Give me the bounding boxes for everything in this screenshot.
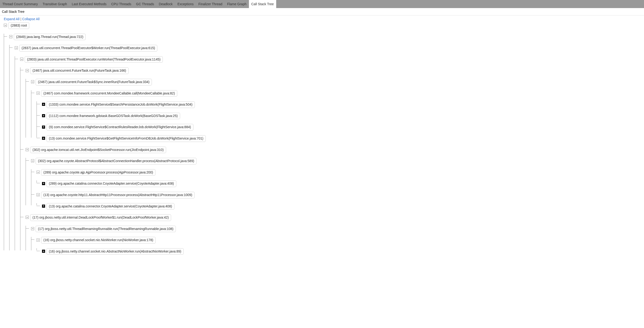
tree-node[interactable]: (2883) root (8, 22, 29, 29)
tree-node[interactable]: (302) org.apache.coyote.AbstractProtocol… (36, 158, 196, 164)
collapse-icon[interactable] (26, 148, 29, 151)
collapse-icon[interactable] (15, 46, 18, 49)
tab-deadlock[interactable]: Deadlock (156, 0, 175, 8)
tree-node[interactable]: (2803) java.util.concurrent.ThreadPoolEx… (25, 56, 163, 63)
collapse-icon[interactable] (36, 193, 40, 196)
tree-node[interactable]: (289) org.apache.catalina.connector.Coyo… (46, 180, 176, 187)
expand-icon[interactable] (42, 126, 45, 129)
tab-exceptions[interactable]: Exceptions (175, 0, 196, 8)
expand-icon[interactable] (42, 114, 45, 117)
collapse-icon[interactable] (31, 80, 34, 83)
tab-cpu-threads[interactable]: CPU Threads (109, 0, 134, 8)
tree-node[interactable]: (17) org.jboss.netty.util.internal.DeadL… (30, 214, 171, 221)
tree-node[interactable]: (2467) java.util.concurrent.FutureTask.r… (30, 68, 128, 74)
tree-node[interactable]: (13) com.mondee.service.FlightService$Ge… (46, 135, 206, 142)
expand-icon[interactable] (42, 250, 45, 253)
collapse-icon[interactable] (36, 171, 40, 174)
tree-node[interactable]: (2467) java.util.concurrent.FutureTask$S… (36, 79, 152, 86)
collapse-icon[interactable] (36, 238, 40, 242)
tab-gc-threads[interactable]: GC Threads (134, 0, 156, 8)
tree-node[interactable]: (16) org.jboss.netty.channel.socket.nio.… (41, 237, 156, 244)
tab-finalizer-thread[interactable]: Finalizer Thread (196, 0, 225, 8)
tree-node[interactable]: (2467) com.mondee.framework.concurrent.M… (41, 90, 177, 97)
tree-node[interactable]: (1112) com.mondee.framework.gdstask.Base… (46, 113, 180, 120)
tab-thread-count-summary[interactable]: Thread Count Summary (0, 0, 40, 8)
tree-controls: Expand All | Collapse All (0, 16, 644, 22)
expand-all-link[interactable]: Expand All (4, 17, 20, 21)
tree-node[interactable]: (13) org.apache.catalina.connector.Coyot… (46, 203, 174, 210)
page-title: Call Stack Tree (0, 8, 644, 16)
tree-node[interactable]: (302) org.apache.tomcat.util.net.JIoEndp… (30, 147, 166, 153)
tree-node[interactable]: (13) org.apache.coyote.http11.AbstractHt… (41, 192, 194, 198)
separator: | (20, 17, 21, 21)
collapse-icon[interactable] (9, 35, 12, 38)
collapse-icon[interactable] (31, 227, 34, 230)
tab-call-stack-tree[interactable]: Call Stack Tree (249, 0, 276, 8)
tree-node[interactable]: (9) com.mondee.service.FlightService$Con… (46, 124, 194, 130)
collapse-icon[interactable] (4, 24, 7, 27)
tree-node[interactable]: (2849) java.lang.Thread.run(Thread.java:… (14, 34, 86, 40)
collapse-icon[interactable] (36, 92, 40, 95)
tab-transitive-graph[interactable]: Transitive Graph (40, 0, 69, 8)
tree-node[interactable]: (16) org.jboss.netty.channel.socket.nio.… (46, 248, 184, 255)
collapse-icon[interactable] (31, 159, 34, 162)
tree-node[interactable]: (2837) java.util.concurrent.ThreadPoolEx… (19, 45, 157, 52)
call-stack-tree: (2883) root (2849) java.lang.Thread.run(… (0, 22, 644, 255)
collapse-icon[interactable] (26, 216, 29, 219)
collapse-icon[interactable] (20, 58, 23, 61)
expand-icon[interactable] (42, 204, 45, 208)
collapse-all-link[interactable]: Collapse All (22, 17, 40, 21)
expand-icon[interactable] (42, 103, 45, 106)
expand-icon[interactable] (42, 182, 45, 185)
tree-node[interactable]: (17) org.jboss.netty.util.ThreadRenaming… (36, 226, 176, 232)
tab-bar: Thread Count Summary Transitive Graph La… (0, 0, 644, 8)
tree-node[interactable]: (1333) com.mondee.service.FlightService$… (46, 101, 195, 108)
collapse-icon[interactable] (26, 69, 29, 72)
tab-last-executed-methods[interactable]: Last Executed Methods (69, 0, 109, 8)
tree-node[interactable]: (289) org.apache.coyote.ajp.AjpProcessor… (41, 169, 156, 176)
tab-flame-graph[interactable]: Flame Graph (225, 0, 249, 8)
expand-icon[interactable] (42, 137, 45, 140)
